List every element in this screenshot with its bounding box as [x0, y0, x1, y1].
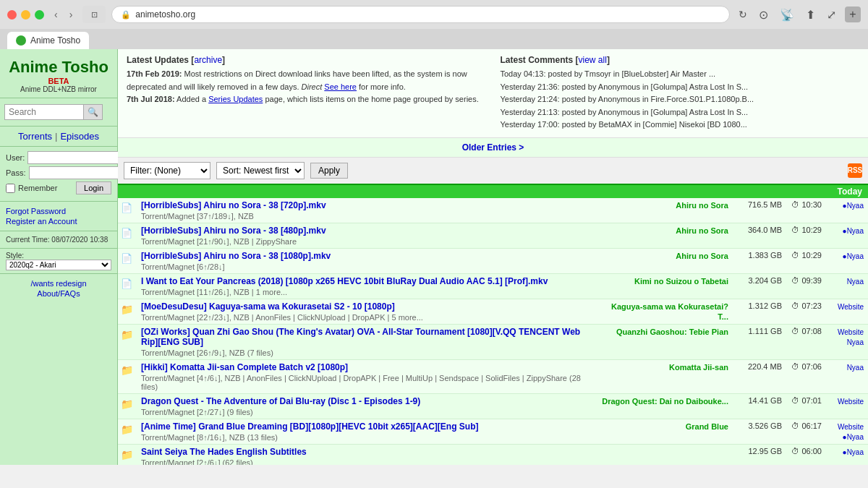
style-section: Style: 2020q2 - Akari: [0, 249, 117, 274]
nyaa-link[interactable]: ●Nyaa: [843, 433, 864, 441]
search-form: 🔍: [4, 104, 113, 120]
series-link[interactable]: Ahiru no Sora: [676, 201, 728, 210]
nyaa-link[interactable]: ●Nyaa: [843, 448, 864, 456]
torrent-size: 1.111 GB: [734, 324, 785, 359]
sort-select[interactable]: Sort: Newest first: [216, 162, 305, 179]
website-link[interactable]: Website: [838, 328, 864, 336]
torrent-action-links: ●Nyaa: [825, 198, 868, 223]
torrent-size: 364.0 MB: [734, 223, 785, 248]
torrent-title[interactable]: [HorribleSubs] Ahiru no Sora - 38 [720p]…: [141, 200, 590, 210]
series-updates-link[interactable]: Series Updates: [208, 95, 263, 103]
apply-button[interactable]: Apply: [310, 163, 348, 179]
fullscreen-btn[interactable]: ⤢: [824, 7, 839, 23]
website-link[interactable]: Website: [838, 398, 864, 406]
series-link[interactable]: Grand Blue: [686, 422, 728, 431]
nyaa-link[interactable]: Nyaa: [847, 338, 864, 346]
torrent-title[interactable]: [HorribleSubs] Ahiru no Sora - 38 [480p]…: [141, 226, 590, 236]
torrent-series-cell: Komatta Jii-san: [593, 359, 734, 393]
website-link[interactable]: Website: [838, 303, 864, 311]
torrent-row: 📁 [MoeDesuDesu] Kaguya-sama wa Kokuraset…: [118, 299, 868, 324]
update1: 17th Feb 2019: Most restrictions on Dire…: [127, 68, 486, 93]
page-zoom-btn[interactable]: ⊡: [82, 6, 106, 23]
torrent-meta: Torrent/Magnet [21↑/90↓], NZB | ZippySha…: [141, 237, 590, 246]
torrents-nav-link[interactable]: Torrents: [18, 131, 52, 142]
about-faqs-link[interactable]: About/FAQs: [6, 288, 111, 299]
reader-mode-btn[interactable]: ⊙: [756, 7, 771, 23]
maximize-window-btn[interactable]: [35, 10, 44, 20]
torrent-title[interactable]: [Hikki] Komatta Jii-san Complete Batch v…: [141, 362, 590, 372]
series-link[interactable]: Ahiru no Sora: [676, 226, 728, 235]
series-link[interactable]: Ahiru no Sora: [676, 252, 728, 260]
forgot-password-link[interactable]: Forgot Password: [6, 206, 111, 216]
older-entries-link[interactable]: Older Entries >: [462, 142, 524, 153]
series-link[interactable]: Komatta Jii-san: [669, 363, 728, 372]
comment-list: Today 04:13: posted by Tmsoyr in [BlueLo…: [501, 68, 860, 132]
torrent-time: ⏱ 10:30: [785, 198, 825, 223]
torrent-row: 📄 [HorribleSubs] Ahiru no Sora - 38 [108…: [118, 248, 868, 273]
browser-titlebar: ‹ › ⊡ 🔒 animetosho.org ↻ ⊙ 📡 ⬆ ⤢ +: [0, 0, 868, 29]
nyaa-link[interactable]: ●Nyaa: [843, 227, 864, 235]
login-button[interactable]: Login: [76, 181, 111, 194]
close-window-btn[interactable]: [7, 10, 17, 20]
torrent-type-icon: 📄: [118, 273, 138, 299]
back-button[interactable]: ‹: [50, 7, 62, 22]
remember-checkbox[interactable]: [6, 184, 15, 193]
clock-icon: ⏱: [791, 276, 799, 285]
website-link[interactable]: Website: [838, 423, 864, 431]
share-btn[interactable]: ⬆: [803, 7, 818, 23]
active-tab[interactable]: Anime Tosho: [7, 32, 89, 49]
torrent-title[interactable]: Saint Seiya The Hades English Subtitles: [141, 447, 590, 457]
file-icon: 📄: [121, 202, 132, 213]
clock-icon: ⏱: [791, 251, 799, 260]
torrent-info-cell: [HorribleSubs] Ahiru no Sora - 38 [1080p…: [138, 248, 593, 273]
torrent-meta: Torrent/Magnet [26↑/9↓], NZB (7 files): [141, 348, 590, 357]
torrent-type-icon: 📁: [118, 444, 138, 465]
torrent-size: 1.383 GB: [734, 248, 785, 273]
nyaa-link[interactable]: Nyaa: [847, 364, 864, 372]
wants-redesign-link[interactable]: /wants redesign: [6, 278, 111, 288]
torrent-series-cell: [593, 444, 734, 465]
torrent-title[interactable]: [OZi Works] Quan Zhi Gao Shou (The King'…: [141, 327, 590, 347]
torrent-title[interactable]: I Want to Eat Your Pancreas (2018) [1080…: [141, 276, 590, 286]
minimize-window-btn[interactable]: [21, 10, 30, 20]
register-account-link[interactable]: Register an Account: [6, 216, 111, 226]
torrent-action-links: ●Nyaa: [825, 248, 868, 273]
nyaa-link[interactable]: ●Nyaa: [843, 252, 864, 260]
see-here-link[interactable]: See here: [324, 82, 357, 91]
archive-link[interactable]: archive: [194, 55, 222, 65]
rss-btn[interactable]: 📡: [777, 7, 797, 23]
current-time-value: 08/07/2020 10:38: [51, 236, 108, 244]
latest-updates-heading: Latest Updates [archive]: [127, 55, 486, 65]
rss-icon[interactable]: RSS: [848, 163, 862, 178]
style-select[interactable]: 2020q2 - Akari: [6, 260, 111, 270]
view-all-link[interactable]: view all: [579, 55, 607, 65]
episodes-nav-link[interactable]: Episodes: [60, 131, 98, 142]
url-text: animetosho.org: [135, 9, 195, 20]
search-button[interactable]: 🔍: [84, 104, 103, 120]
series-link[interactable]: Kimi no Suizou o Tabetai: [634, 277, 728, 286]
filter-select[interactable]: Filter: (None): [124, 162, 210, 179]
torrent-title[interactable]: [HorribleSubs] Ahiru no Sora - 38 [1080p…: [141, 251, 590, 261]
forward-button[interactable]: ›: [65, 7, 77, 22]
tab-bar: Anime Tosho: [0, 29, 868, 49]
series-link[interactable]: Dragon Quest: Dai no Daibouke...: [602, 397, 728, 406]
nyaa-link[interactable]: ●Nyaa: [843, 202, 864, 210]
clock-icon: ⏱: [791, 327, 799, 335]
torrent-title[interactable]: [Anime Time] Grand Blue Dreaming [BD][10…: [141, 421, 590, 432]
torrent-title[interactable]: [MoeDesuDesu] Kaguya-sama wa Kokurasetai…: [141, 301, 590, 312]
torrent-time: ⏱ 10:29: [785, 248, 825, 273]
new-tab-button[interactable]: +: [845, 7, 861, 22]
clock-icon: ⏱: [791, 226, 799, 234]
torrent-meta: Torrent/Magnet [11↑/26↓], NZB | 1 more..…: [141, 288, 590, 296]
series-link[interactable]: Kaguya-sama wa Kokurasetai? T...: [611, 302, 728, 321]
folder-icon: 📁: [121, 424, 133, 435]
refresh-button[interactable]: ↻: [736, 7, 750, 22]
torrent-meta: Torrent/Magnet [6↑/28↓]: [141, 262, 590, 271]
address-bar[interactable]: 🔒 animetosho.org: [111, 6, 730, 23]
torrent-title[interactable]: Dragon Quest - The Adventure of Dai Blu-…: [141, 396, 590, 406]
nyaa-link[interactable]: Nyaa: [847, 278, 864, 286]
nav-separator: |: [55, 131, 57, 142]
search-input[interactable]: [4, 104, 84, 120]
series-link[interactable]: Quanzhi Gaoshou: Tebie Pian: [616, 328, 728, 336]
filter-bar: Filter: (None) Sort: Newest first Apply …: [118, 158, 868, 185]
